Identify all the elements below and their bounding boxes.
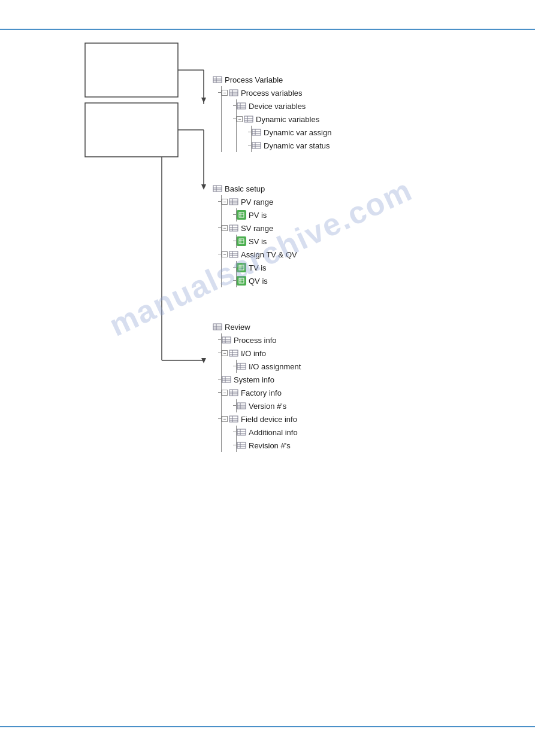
- node-label: System info: [234, 375, 274, 384]
- node-process-info[interactable]: Process info: [222, 333, 331, 347]
- node-device-variables[interactable]: Device variables: [237, 99, 331, 113]
- svg-rect-89: [229, 416, 238, 422]
- svg-rect-61: [213, 324, 222, 330]
- node-field-device-info[interactable]: − Field device info: [222, 412, 331, 426]
- node-system-info[interactable]: System info: [222, 373, 331, 386]
- collapse-icon[interactable]: −: [222, 225, 228, 231]
- table-icon: [213, 184, 222, 193]
- node-label: Process variables: [241, 89, 303, 98]
- table-icon: [237, 427, 246, 437]
- node-factory-info[interactable]: − Factory info: [222, 386, 331, 399]
- node-io-info[interactable]: − I/O info: [222, 347, 331, 360]
- collapse-icon[interactable]: −: [222, 390, 228, 396]
- node-io-assignment[interactable]: I/O assignment: [237, 360, 331, 373]
- node-label: Factory info: [241, 388, 282, 397]
- node-tv-is[interactable]: TV is: [237, 261, 331, 274]
- table-icon: [237, 362, 246, 371]
- table-icon: [229, 414, 238, 424]
- svg-rect-58: [239, 278, 244, 283]
- table-icon: [222, 335, 231, 345]
- svg-rect-41: [239, 212, 244, 217]
- node-dynamic-variables[interactable]: − Dynamic variables: [237, 113, 331, 126]
- node-label: I/O assignment: [249, 362, 301, 371]
- node-label: Process info: [234, 336, 277, 345]
- svg-rect-9: [213, 77, 222, 83]
- svg-rect-51: [229, 251, 238, 257]
- green-icon: [237, 263, 246, 272]
- node-dynamic-var-assign[interactable]: Dynamic var assign: [252, 126, 331, 139]
- svg-rect-29: [252, 142, 261, 148]
- node-revision-numbers[interactable]: Revision #'s: [237, 439, 331, 452]
- node-label: Process Variable: [225, 75, 283, 84]
- node-label: PV is: [249, 211, 267, 220]
- table-icon: [229, 250, 238, 259]
- green-icon: [237, 210, 246, 220]
- node-label: Review: [225, 323, 250, 332]
- tree-container: Process Variable − Process variables Dev…: [213, 37, 331, 470]
- svg-rect-0: [85, 43, 178, 97]
- svg-rect-65: [222, 337, 231, 343]
- node-qv-is[interactable]: QV is: [237, 274, 331, 287]
- node-sv-range[interactable]: − SV range: [222, 221, 331, 235]
- node-review[interactable]: Review: [213, 320, 331, 333]
- node-pv-is[interactable]: PV is: [237, 208, 331, 221]
- node-label: Additional info: [249, 428, 298, 437]
- node-pv-range[interactable]: − PV range: [222, 195, 331, 208]
- node-version-numbers[interactable]: Version #'s: [237, 399, 331, 412]
- collapse-icon[interactable]: −: [222, 416, 228, 422]
- collapse-icon[interactable]: −: [222, 90, 228, 96]
- svg-rect-17: [237, 103, 246, 109]
- green-icon: [237, 276, 246, 286]
- svg-rect-77: [222, 377, 231, 382]
- svg-rect-44: [229, 225, 238, 231]
- svg-rect-1: [85, 103, 178, 157]
- collapse-icon[interactable]: −: [222, 251, 228, 257]
- node-label: SV is: [249, 237, 267, 246]
- svg-rect-33: [213, 186, 222, 192]
- collapse-icon[interactable]: −: [237, 116, 243, 122]
- svg-rect-73: [237, 363, 246, 369]
- collapse-icon[interactable]: −: [222, 199, 228, 205]
- table-icon: [229, 348, 238, 358]
- table-icon: [229, 88, 238, 98]
- node-sv-is[interactable]: SV is: [237, 235, 331, 248]
- table-icon: [237, 441, 246, 450]
- node-process-variables[interactable]: − Process variables: [222, 86, 331, 99]
- section-basic-setup: Basic setup − PV range PV is: [213, 182, 331, 287]
- node-label: QV is: [249, 277, 268, 286]
- table-icon: [229, 388, 238, 397]
- svg-rect-69: [229, 350, 238, 356]
- node-process-variable[interactable]: Process Variable: [213, 73, 331, 86]
- node-basic-setup[interactable]: Basic setup: [213, 182, 331, 195]
- node-label: Dynamic var assign: [264, 128, 331, 137]
- table-icon: [229, 197, 238, 207]
- svg-rect-93: [237, 429, 246, 435]
- node-label: Dynamic variables: [256, 115, 319, 124]
- node-label: Field device info: [241, 415, 297, 424]
- node-label: Revision #'s: [249, 441, 291, 450]
- table-icon: [229, 223, 238, 233]
- node-label: I/O info: [241, 349, 266, 358]
- section-process-variable: Process Variable − Process variables Dev…: [213, 73, 331, 152]
- node-label: PV range: [241, 198, 273, 207]
- node-label: SV range: [241, 224, 273, 233]
- node-label: Device variables: [249, 102, 306, 111]
- collapse-icon[interactable]: −: [222, 350, 228, 356]
- svg-rect-48: [239, 239, 244, 244]
- table-icon: [244, 114, 253, 124]
- node-dynamic-var-status[interactable]: Dynamic var status: [252, 139, 331, 152]
- node-label: Version #'s: [249, 402, 286, 411]
- node-additional-info[interactable]: Additional info: [237, 426, 331, 439]
- node-label: Dynamic var status: [264, 141, 330, 150]
- node-label: TV is: [249, 263, 267, 272]
- table-icon: [252, 127, 261, 137]
- svg-rect-81: [229, 390, 238, 396]
- svg-rect-37: [229, 199, 238, 205]
- table-icon: [213, 322, 222, 332]
- green-icon: [237, 236, 246, 246]
- table-icon: [237, 401, 246, 411]
- node-assign-tv-qv[interactable]: − Assign TV & QV: [222, 248, 331, 261]
- top-border: [0, 29, 535, 30]
- section-review: Review Process info − I/O info: [213, 320, 331, 452]
- svg-rect-13: [229, 90, 238, 96]
